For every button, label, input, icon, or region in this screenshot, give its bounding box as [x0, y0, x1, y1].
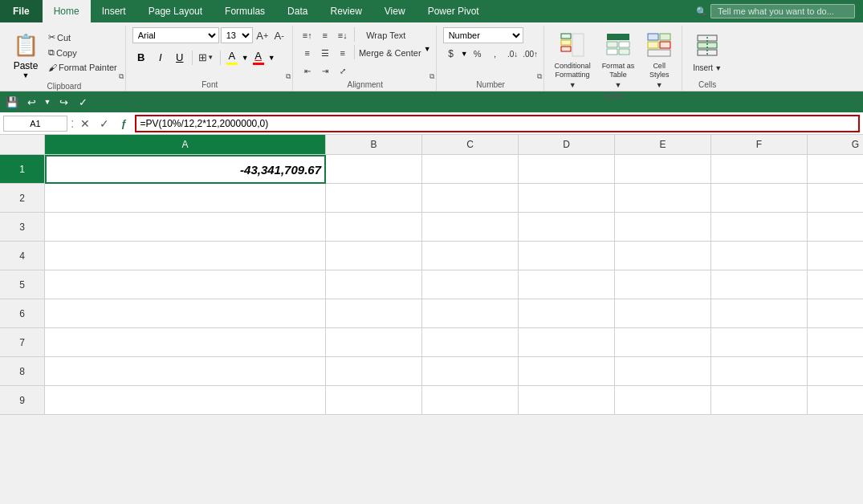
tab-home[interactable]: Home [43, 0, 91, 22]
cell-E9[interactable] [615, 386, 711, 415]
cell-B3[interactable] [326, 213, 422, 242]
cell-F6[interactable] [711, 299, 808, 328]
cell-C4[interactable] [422, 242, 519, 270]
increase-decimal-button[interactable]: .00↑ [523, 46, 539, 62]
merge-center-button[interactable]: Merge & Center [358, 45, 422, 61]
font-color-dropdown[interactable]: ▼ [268, 54, 275, 62]
alignment-expand-icon[interactable]: ⧉ [429, 72, 434, 81]
ribbon-search-input[interactable] [710, 4, 855, 18]
cell-reference-box[interactable] [3, 116, 67, 132]
insert-cells-button[interactable]: Insert ▼ [689, 30, 726, 75]
tab-data[interactable]: Data [276, 0, 319, 22]
cell-B4[interactable] [326, 242, 422, 270]
accounting-button[interactable]: $ [443, 46, 459, 62]
wrap-text-button[interactable]: Wrap Text [358, 27, 414, 43]
paste-button[interactable]: 📋 Paste ▼ [8, 27, 43, 82]
redo-button[interactable]: ↪ [55, 93, 72, 111]
cell-styles-button[interactable]: CellStyles ▼ [641, 29, 677, 91]
cell-F3[interactable] [711, 213, 808, 242]
format-painter-button[interactable]: 🖌 Format Painter [45, 61, 120, 74]
col-header-C[interactable]: C [422, 135, 519, 154]
row-header-6[interactable]: 6 [0, 299, 45, 328]
cell-G1[interactable] [808, 155, 863, 184]
cell-F5[interactable] [711, 270, 808, 299]
cell-F2[interactable] [711, 184, 808, 213]
italic-button[interactable]: I [152, 49, 169, 67]
row-header-2[interactable]: 2 [0, 184, 45, 213]
col-header-D[interactable]: D [519, 135, 615, 154]
copy-button[interactable]: ⧉ Copy [45, 46, 120, 59]
decrease-decimal-button[interactable]: .0↓ [505, 46, 521, 62]
undo-dropdown[interactable]: ▼ [42, 93, 53, 111]
cell-C9[interactable] [422, 386, 519, 415]
cell-E6[interactable] [615, 299, 711, 328]
decrease-font-size-button[interactable]: A- [271, 27, 287, 43]
row-header-5[interactable]: 5 [0, 270, 45, 299]
cell-E5[interactable] [615, 270, 711, 299]
row-header-8[interactable]: 8 [0, 357, 45, 386]
insert-dropdown[interactable]: ▼ [714, 64, 722, 72]
cell-B9[interactable] [326, 386, 422, 415]
align-top-button[interactable]: ≡↑ [299, 27, 315, 43]
cell-E3[interactable] [615, 213, 711, 242]
cell-C1[interactable] [422, 155, 519, 184]
cell-B6[interactable] [326, 299, 422, 328]
cell-F8[interactable] [711, 357, 808, 386]
underline-button[interactable]: U [171, 49, 189, 67]
cell-A8[interactable] [45, 357, 326, 386]
comma-button[interactable]: , [487, 46, 503, 62]
font-expand-icon[interactable]: ⧉ [286, 72, 291, 81]
bold-button[interactable]: B [132, 49, 150, 67]
cell-E1[interactable] [615, 155, 711, 184]
cell-D1[interactable] [519, 155, 615, 184]
indent-decrease-button[interactable]: ⇤ [299, 63, 315, 79]
cell-A1[interactable]: -43,341,709.67 [45, 155, 326, 184]
col-header-B[interactable]: B [326, 135, 422, 154]
cell-A9[interactable] [45, 386, 326, 415]
align-center-button[interactable]: ☰ [317, 45, 333, 61]
tab-file[interactable]: File [0, 0, 43, 22]
checkmark-button[interactable]: ✓ [74, 93, 92, 111]
tab-review[interactable]: Review [319, 0, 372, 22]
cell-G2[interactable] [808, 184, 863, 213]
cell-F7[interactable] [711, 328, 808, 357]
cell-B7[interactable] [326, 328, 422, 357]
tab-view[interactable]: View [373, 0, 417, 22]
cell-G6[interactable] [808, 299, 863, 328]
cell-D2[interactable] [519, 184, 615, 213]
align-left-button[interactable]: ≡ [299, 45, 315, 61]
cell-G5[interactable] [808, 270, 863, 299]
align-bottom-button[interactable]: ≡↓ [335, 27, 351, 43]
cell-B1[interactable] [326, 155, 422, 184]
clipboard-expand-icon[interactable]: ⧉ [119, 72, 124, 81]
cell-G4[interactable] [808, 242, 863, 270]
cell-D5[interactable] [519, 270, 615, 299]
align-middle-button[interactable]: ≡ [317, 27, 333, 43]
cell-A7[interactable] [45, 328, 326, 357]
conditional-formatting-button[interactable]: ConditionalFormatting ▼ [551, 29, 595, 91]
cell-A5[interactable] [45, 270, 326, 299]
row-header-1[interactable]: 1 [0, 155, 45, 184]
cancel-formula-button[interactable]: ✕ [77, 116, 93, 132]
tab-power-pivot[interactable]: Power Pivot [417, 0, 491, 22]
text-direction-button[interactable]: ⤢ [335, 63, 351, 79]
cell-G9[interactable] [808, 386, 863, 415]
percent-button[interactable]: % [470, 46, 486, 62]
cell-G8[interactable] [808, 357, 863, 386]
tab-formulas[interactable]: Formulas [214, 0, 276, 22]
cell-C8[interactable] [422, 357, 519, 386]
cell-D3[interactable] [519, 213, 615, 242]
col-header-G[interactable]: G [808, 135, 863, 154]
cell-D4[interactable] [519, 242, 615, 270]
font-size-select[interactable]: 13 [221, 27, 253, 43]
cell-C7[interactable] [422, 328, 519, 357]
cell-G7[interactable] [808, 328, 863, 357]
fill-color-dropdown[interactable]: ▼ [242, 54, 249, 62]
col-header-F[interactable]: F [711, 135, 808, 154]
cell-D6[interactable] [519, 299, 615, 328]
number-expand-icon[interactable]: ⧉ [537, 72, 542, 81]
cell-A2[interactable] [45, 184, 326, 213]
undo-button[interactable]: ↩ [22, 93, 40, 111]
cell-A4[interactable] [45, 242, 326, 270]
row-header-9[interactable]: 9 [0, 386, 45, 415]
